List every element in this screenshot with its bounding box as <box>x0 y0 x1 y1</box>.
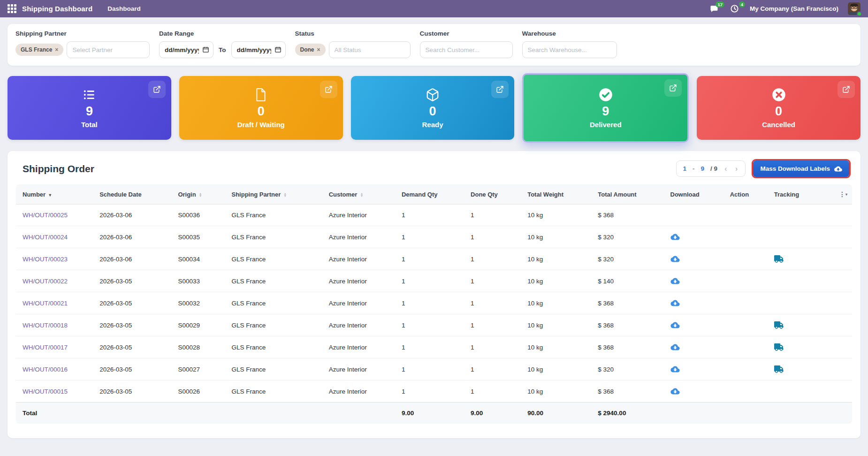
cell-extra <box>833 314 852 336</box>
stat-card-total[interactable]: 9 Total <box>8 76 171 140</box>
cell-done-qty: 1 <box>466 314 523 336</box>
nav-menu-dashboard[interactable]: Dashboard <box>105 1 144 16</box>
kebab-menu-icon[interactable]: ⋮▾ <box>833 184 852 205</box>
col-total-weight[interactable]: Total Weight <box>523 184 593 205</box>
cell-action <box>725 314 769 336</box>
cell-tracking <box>769 205 833 226</box>
stat-card-draft-waiting[interactable]: 0 Draft / Waiting <box>179 76 343 140</box>
mass-download-labels-button[interactable]: Mass Download Labels <box>753 160 849 177</box>
cell-action <box>725 292 769 314</box>
cell-action <box>725 380 769 403</box>
cell-tracking[interactable] <box>769 358 833 380</box>
stat-card-delivered[interactable]: 9 Delivered <box>522 73 689 143</box>
chevron-left-icon[interactable]: ‹ <box>723 165 728 173</box>
cell-total-amount: $ 368 <box>593 336 665 358</box>
table-row: WH/OUT/000152026-03-05S00026GLS FranceAz… <box>16 380 852 403</box>
chevron-right-icon[interactable]: › <box>734 165 739 173</box>
cell-tracking <box>769 292 833 314</box>
order-number-link[interactable]: WH/OUT/00024 <box>16 226 95 248</box>
cloud-download-icon[interactable] <box>670 233 680 241</box>
messages-button[interactable]: 17 <box>708 4 720 14</box>
order-number-link[interactable]: WH/OUT/00021 <box>16 292 95 314</box>
cell-download[interactable] <box>666 226 725 248</box>
cell-done-qty: 1 <box>466 336 523 358</box>
order-number-link[interactable]: WH/OUT/00025 <box>16 205 95 226</box>
cell-tracking <box>769 270 833 292</box>
stat-card-ready[interactable]: 0 Ready <box>351 76 515 140</box>
cell-download[interactable] <box>666 292 725 314</box>
cloud-download-icon[interactable] <box>670 365 680 373</box>
col-origin[interactable]: Origin▲▼ <box>173 184 227 205</box>
external-link-icon[interactable] <box>838 81 855 98</box>
cell-download[interactable] <box>666 248 725 270</box>
cell-total-weight: 10 kg <box>523 380 593 403</box>
col-done-qty[interactable]: Done Qty <box>466 184 523 205</box>
date-to-input[interactable] <box>231 41 286 58</box>
col-shipping-partner[interactable]: Shipping Partner▲▼ <box>227 184 324 205</box>
cell-extra <box>833 358 852 380</box>
cell-total-weight: 10 kg <box>523 270 593 292</box>
apps-grid-icon[interactable] <box>8 4 16 13</box>
company-menu[interactable]: My Company (San Francisco) <box>750 5 838 12</box>
cloud-download-icon[interactable] <box>670 343 680 351</box>
cell-total-weight: 10 kg <box>523 248 593 270</box>
cell-demand-qty: 1 <box>397 205 466 226</box>
truck-icon[interactable] <box>774 365 784 373</box>
col-number[interactable]: Number▼ <box>16 184 95 205</box>
col-customer[interactable]: Customer▲▼ <box>324 184 397 205</box>
external-link-icon[interactable] <box>664 79 682 97</box>
activities-button[interactable]: 4 <box>729 4 740 14</box>
cell-tracking[interactable] <box>769 336 833 358</box>
cell-download[interactable] <box>666 380 725 403</box>
cell-schedule-date: 2026-03-05 <box>95 358 173 380</box>
col-demand-qty[interactable]: Demand Qty <box>397 184 466 205</box>
warehouse-input[interactable] <box>522 41 617 58</box>
cell-tracking <box>769 380 833 403</box>
cell-extra <box>833 248 852 270</box>
col-total-amount[interactable]: Total Amount <box>593 184 665 205</box>
cell-download[interactable] <box>666 270 725 292</box>
cell-schedule-date: 2026-03-06 <box>95 248 173 270</box>
cell-download[interactable] <box>666 336 725 358</box>
cloud-download-icon[interactable] <box>670 277 680 285</box>
truck-icon[interactable] <box>774 321 784 329</box>
table-row: WH/OUT/000232026-03-06S00034GLS FranceAz… <box>16 248 852 270</box>
truck-icon[interactable] <box>774 343 784 351</box>
cloud-download-icon[interactable] <box>670 321 680 329</box>
order-number-link[interactable]: WH/OUT/00017 <box>16 336 95 358</box>
stat-card-cancelled[interactable]: 0 Cancelled <box>697 76 860 140</box>
page-end[interactable]: 9 <box>701 165 705 172</box>
page-start[interactable]: 1 <box>683 165 687 172</box>
date-from-input[interactable] <box>159 41 213 58</box>
cell-tracking[interactable] <box>769 314 833 336</box>
order-number-link[interactable]: WH/OUT/00018 <box>16 314 95 336</box>
status-chip[interactable]: Done × <box>295 44 326 56</box>
order-number-link[interactable]: WH/OUT/00016 <box>16 358 95 380</box>
chip-remove-icon[interactable]: × <box>317 46 320 53</box>
order-number-link[interactable]: WH/OUT/00023 <box>16 248 95 270</box>
shipping-partner-input[interactable] <box>67 41 150 58</box>
truck-icon[interactable] <box>774 255 784 263</box>
external-link-icon[interactable] <box>148 81 166 98</box>
external-link-icon[interactable] <box>491 81 509 98</box>
external-link-icon[interactable] <box>320 81 337 98</box>
customer-input[interactable] <box>420 41 513 58</box>
col-schedule-date[interactable]: Schedule Date <box>95 184 173 205</box>
order-number-link[interactable]: WH/OUT/00015 <box>16 380 95 403</box>
order-number-link[interactable]: WH/OUT/00022 <box>16 270 95 292</box>
chip-remove-icon[interactable]: × <box>55 46 58 53</box>
cell-download[interactable] <box>666 358 725 380</box>
cell-shipping-partner: GLS France <box>227 205 324 226</box>
cloud-download-icon[interactable] <box>670 299 680 307</box>
cloud-download-icon[interactable] <box>670 388 680 395</box>
cell-tracking[interactable] <box>769 248 833 270</box>
user-menu[interactable] <box>848 2 860 15</box>
cloud-download-icon[interactable] <box>670 255 680 263</box>
cell-total-weight: 10 kg <box>523 314 593 336</box>
cell-download[interactable] <box>666 314 725 336</box>
status-input[interactable] <box>329 41 411 58</box>
cell-done-qty: 1 <box>466 292 523 314</box>
sort-desc-icon: ▼ <box>48 193 52 198</box>
shipping-partner-chip[interactable]: GLS France × <box>15 44 63 56</box>
cell-customer: Azure Interior <box>324 358 397 380</box>
